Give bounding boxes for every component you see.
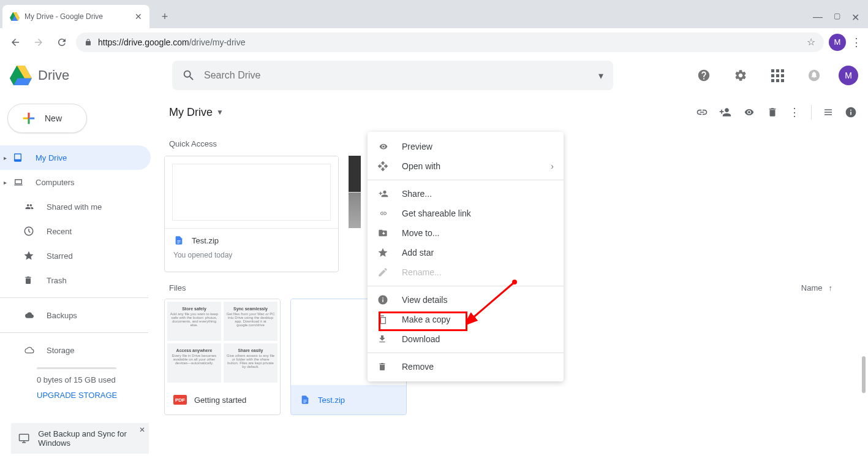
sidebar-item-shared[interactable]: Shared with me <box>0 194 151 219</box>
file-icon <box>300 393 311 407</box>
drive-icon <box>12 153 25 162</box>
nav-label: My Drive <box>36 153 67 162</box>
copy-icon <box>377 314 390 325</box>
computers-icon <box>12 177 25 187</box>
cloud-icon <box>23 311 36 319</box>
bookmark-star-icon[interactable]: ☆ <box>807 36 815 48</box>
file-name: Getting started <box>194 395 246 405</box>
backup-promo-text: Get Backup and Sync for Windows <box>38 429 132 448</box>
backup-promo[interactable]: Get Backup and Sync for Windows ✕ <box>11 423 149 454</box>
trash-icon[interactable] <box>767 106 778 118</box>
sidebar-item-backups[interactable]: Backups <box>0 303 151 327</box>
open-with-icon <box>377 161 390 172</box>
upgrade-storage-link[interactable]: UPGRADE STORAGE <box>37 391 158 400</box>
sidebar-item-storage[interactable]: Storage <box>0 338 151 362</box>
ctx-download[interactable]: Download <box>368 329 564 349</box>
sidebar-item-my-drive[interactable]: ▸ My Drive <box>0 145 151 170</box>
trash-icon <box>23 275 36 286</box>
scrollbar[interactable] <box>862 356 866 393</box>
column-name[interactable]: Name ↑ <box>801 283 832 292</box>
address-bar-row: https://drive.google.com/drive/my-drive … <box>0 28 868 56</box>
new-tab-button[interactable]: + <box>154 6 175 27</box>
close-icon[interactable]: ✕ <box>135 12 142 21</box>
ctx-share[interactable]: Share... <box>368 184 564 204</box>
nav-label: Backups <box>47 311 77 320</box>
cloud-outline-icon <box>23 346 36 354</box>
ctx-add-star[interactable]: Add star <box>368 243 564 262</box>
file-card-getting-started[interactable]: Store safelyAdd any file you want to kee… <box>164 299 281 415</box>
chevron-right-icon[interactable]: ▸ <box>4 179 7 186</box>
profile-avatar[interactable]: M <box>829 34 846 51</box>
tab-title: My Drive - Google Drive <box>25 12 130 21</box>
pdf-icon: PDF <box>173 395 187 405</box>
ctx-view-details[interactable]: View details <box>368 290 564 310</box>
breadcrumb[interactable]: My Drive ▼ <box>169 106 224 119</box>
maximize-button[interactable]: ▢ <box>834 12 840 23</box>
chevron-right-icon: › <box>551 161 554 171</box>
file-icon <box>173 234 184 247</box>
close-window-button[interactable]: ✕ <box>851 12 859 23</box>
info-icon[interactable] <box>845 106 857 118</box>
new-button-label: New <box>45 113 62 123</box>
plus-icon <box>20 110 37 127</box>
url: https://drive.google.com/drive/my-drive <box>98 37 245 47</box>
close-icon[interactable]: ✕ <box>139 426 145 434</box>
reload-button[interactable] <box>53 33 71 52</box>
lock-icon <box>85 38 92 47</box>
ctx-open-with[interactable]: Open with› <box>368 156 564 176</box>
file-subtitle: You opened today <box>173 251 330 259</box>
ctx-preview[interactable]: Preview <box>368 137 564 156</box>
preview-icon[interactable] <box>742 107 756 117</box>
ctx-remove[interactable]: Remove <box>368 357 564 376</box>
file-name: Test.zip <box>318 395 345 405</box>
browser-menu-icon[interactable]: ⋮ <box>851 36 862 49</box>
sidebar: New ▸ My Drive ▸ Computers Shared with m… <box>0 56 158 466</box>
nav-label: Storage <box>47 346 75 355</box>
sidebar-item-recent[interactable]: Recent <box>0 219 151 243</box>
browser-chrome: My Drive - Google Drive ✕ + — ▢ ✕ https:… <box>0 0 868 56</box>
tab-bar: My Drive - Google Drive ✕ + — ▢ ✕ <box>0 0 868 28</box>
info-icon <box>377 294 390 305</box>
list-view-icon[interactable] <box>823 107 834 117</box>
more-icon[interactable]: ⋮ <box>789 105 800 119</box>
nav-label: Recent <box>47 227 72 236</box>
quick-access-card[interactable] <box>349 156 361 272</box>
ctx-move-to[interactable]: Move to... <box>368 223 564 243</box>
link-icon <box>377 210 390 217</box>
download-icon <box>377 334 390 345</box>
eye-icon <box>377 142 390 151</box>
forward-button[interactable] <box>29 33 48 52</box>
ctx-rename: Rename... <box>368 262 564 282</box>
rename-icon <box>377 267 390 278</box>
browser-tab[interactable]: My Drive - Google Drive ✕ <box>2 5 149 28</box>
nav-label: Shared with me <box>47 202 102 212</box>
share-icon[interactable] <box>719 106 731 118</box>
file-name: Test.zip <box>192 236 219 245</box>
sidebar-item-trash[interactable]: Trash <box>0 268 151 292</box>
trash-icon <box>377 361 390 372</box>
clock-icon <box>23 226 36 237</box>
ctx-get-link[interactable]: Get shareable link <box>368 204 564 223</box>
svg-rect-12 <box>380 318 385 324</box>
back-button[interactable] <box>6 33 25 52</box>
storage-used-text: 0 bytes of 15 GB used <box>37 375 158 384</box>
arrow-up-icon: ↑ <box>829 283 833 292</box>
get-link-icon[interactable] <box>696 106 708 118</box>
chevron-down-icon: ▼ <box>216 108 224 116</box>
toolbar: My Drive ▼ ⋮ <box>164 97 862 127</box>
nav-label: Starred <box>47 251 73 261</box>
star-icon <box>377 247 390 258</box>
context-menu: Preview Open with› Share... Get shareabl… <box>368 132 564 381</box>
files-title: Files <box>169 283 186 292</box>
sidebar-item-starred[interactable]: Starred <box>0 243 151 268</box>
new-button[interactable]: New <box>7 104 87 133</box>
star-icon <box>23 250 36 261</box>
quick-access-card[interactable]: Test.zip You opened today <box>164 156 339 272</box>
minimize-button[interactable]: — <box>813 12 823 23</box>
address-bar[interactable]: https://drive.google.com/drive/my-drive … <box>76 32 824 52</box>
sidebar-item-computers[interactable]: ▸ Computers <box>0 170 151 194</box>
person-add-icon <box>377 189 390 199</box>
nav-label: Computers <box>36 178 75 187</box>
chevron-right-icon[interactable]: ▸ <box>4 155 7 161</box>
ctx-make-copy[interactable]: Make a copy <box>368 310 564 329</box>
